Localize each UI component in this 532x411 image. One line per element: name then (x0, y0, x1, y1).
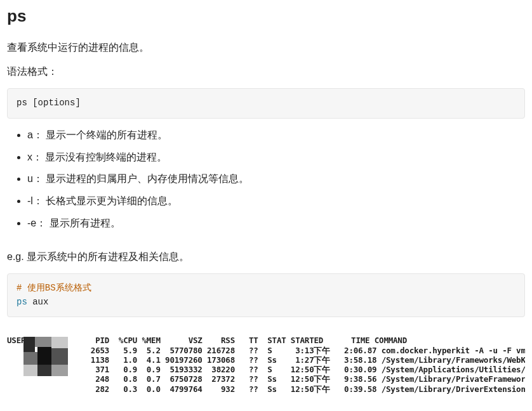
example-label: e.g. 显示系统中的所有进程及相关信息。 (7, 249, 525, 264)
output-row: 2653 5.9 5.2 5770780 216728 ?? S 3:13下午 … (7, 346, 525, 355)
list-item: -e： 显示所有进程。 (27, 216, 525, 232)
list-item: x： 显示没有控制终端的进程。 (27, 150, 525, 166)
output-row: 371 0.9 0.9 5193332 38220 ?? S 12:50下午 0… (7, 365, 525, 374)
list-item: -l： 长格式显示更为详细的信息。 (27, 193, 525, 209)
options-list: a： 显示一个终端的所有进程。 x： 显示没有控制终端的进程。 u： 显示进程的… (7, 127, 525, 232)
redaction-overlay (23, 337, 69, 376)
list-item: a： 显示一个终端的所有进程。 (27, 127, 525, 143)
list-item: u： 显示进程的归属用户、内存使用情况等信息。 (27, 171, 525, 187)
output-row: 1138 1.0 4.1 90197260 173068 ?? Ss 1:27下… (7, 355, 525, 365)
syntax-codeblock: ps [options] (7, 88, 525, 119)
code-args: aux (27, 297, 49, 307)
code-comment: # 使用BS系统格式 (17, 283, 91, 293)
terminal-output: USER PID %CPU %MEM VSZ RSS TT STAT START… (7, 326, 525, 411)
intro-text: 查看系统中运行的进程的信息。 (7, 40, 525, 55)
page-title: ps (7, 6, 525, 26)
output-row: 282 0.3 0.0 4799764 932 ?? Ss 12:50下午 0:… (7, 384, 525, 394)
output-row: 248 0.8 0.7 6750728 27372 ?? Ss 12:50下午 … (7, 374, 525, 384)
syntax-label: 语法格式： (7, 64, 525, 79)
example-codeblock: # 使用BS系统格式 ps aux (7, 273, 525, 317)
code-command: ps (17, 297, 27, 307)
